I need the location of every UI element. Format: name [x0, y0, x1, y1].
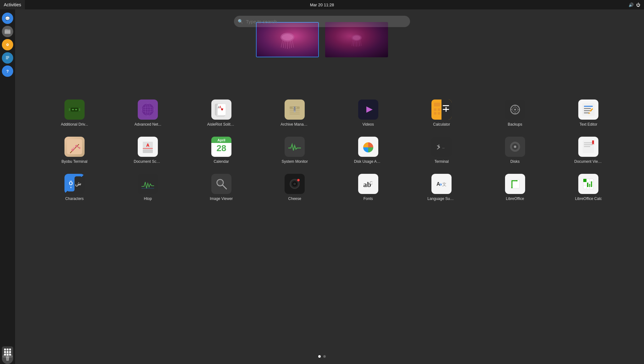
document-scanner-icon: A	[138, 137, 158, 157]
svg-text:28: 28	[216, 143, 226, 153]
search-icon: 🔍	[238, 19, 243, 24]
cheese-label: Cheese	[288, 196, 301, 201]
svg-point-99	[514, 146, 515, 147]
svg-text:💬: 💬	[5, 16, 10, 21]
app-item-image-viewer[interactable]: Image Viewer	[185, 169, 258, 206]
svg-rect-23	[75, 109, 77, 110]
svg-point-131	[511, 187, 513, 188]
svg-text:文: 文	[442, 182, 447, 187]
archive-manager-label: Archive Manager	[280, 122, 309, 127]
document-viewer-label: Document Viewer	[574, 159, 602, 164]
language-support-label: Language Supp...	[427, 196, 456, 201]
svg-rect-52	[438, 108, 440, 111]
app-item-calculator[interactable]: Calculator	[405, 94, 479, 132]
svg-text:A: A	[146, 143, 149, 148]
byobu-label: Byobu Terminal	[62, 159, 88, 164]
svg-rect-139	[589, 184, 590, 187]
characters-label: Characters	[65, 196, 84, 201]
svg-rect-53	[434, 112, 436, 115]
svg-rect-68	[584, 108, 591, 109]
app-item-htop[interactable]: Htop	[111, 169, 185, 206]
app-item-additional-drivers[interactable]: Additional Driv...	[38, 94, 111, 132]
svg-point-15	[282, 34, 293, 40]
text-editor-label: Text Editor	[580, 122, 597, 127]
svg-rect-103	[584, 146, 590, 147]
sidebar-item-files[interactable]	[2, 26, 13, 37]
svg-rect-4	[5, 29, 8, 31]
videos-label: Videos	[363, 122, 374, 127]
sidebar: 💬 ?	[0, 9, 15, 364]
svg-point-76	[71, 149, 74, 151]
terminal-icon: $ _	[431, 137, 452, 157]
system-monitor-label: System Monitor	[282, 159, 308, 164]
app-grid-button[interactable]	[2, 346, 13, 358]
disks-label: Disks	[510, 159, 519, 164]
byobu-icon	[64, 137, 85, 157]
app-grid: Additional Driv... Advanced Net... ♥	[19, 94, 644, 206]
system-tray: 🔊 ⏻	[629, 3, 644, 7]
app-item-cheese[interactable]: Cheese	[258, 169, 332, 206]
disk-usage-label: Disk Usage Ana...	[354, 159, 382, 164]
text-editor-icon	[578, 100, 598, 120]
app-item-terminal[interactable]: $ _ Terminal	[405, 132, 479, 169]
svg-rect-54	[438, 112, 440, 115]
sidebar-item-help[interactable]: ?	[2, 65, 13, 77]
cheese-icon	[285, 174, 305, 194]
fonts-label: Fonts	[364, 196, 373, 201]
app-item-calendar[interactable]: April 28 Calendar	[185, 132, 258, 169]
workspace-2[interactable]	[325, 22, 388, 57]
app-item-document-viewer[interactable]: Document Viewer	[552, 132, 625, 169]
app-item-characters[interactable]: Ö ش ♦ Characters	[38, 169, 111, 206]
sidebar-item-messaging[interactable]: 💬	[2, 13, 13, 24]
page-dot-1[interactable]	[318, 355, 321, 358]
svg-point-77	[75, 145, 78, 147]
topbar: Activities Mar 20 11:28 🔊 ⏻	[0, 0, 644, 9]
app-item-disks[interactable]: Disks	[478, 132, 552, 169]
sidebar-item-rhythmbox[interactable]	[2, 39, 13, 50]
advanced-network-label: Advanced Net...	[135, 122, 161, 127]
sidebar-item-writer[interactable]	[2, 52, 13, 64]
app-item-text-editor[interactable]: Text Editor	[552, 94, 625, 132]
svg-rect-9	[6, 56, 9, 57]
svg-text:C: C	[369, 180, 373, 185]
svg-rect-21	[79, 108, 80, 111]
image-viewer-label: Image Viewer	[210, 196, 233, 201]
search-input[interactable]	[234, 16, 410, 27]
workspaces	[256, 22, 388, 57]
svg-rect-10	[6, 57, 9, 58]
aisleriot-icon: ♥ A A ♥	[211, 100, 231, 120]
app-item-backups[interactable]: Backups	[478, 94, 552, 132]
calendar-label: Calendar	[214, 159, 229, 164]
app-item-aisleriot[interactable]: ♥ A A ♥ AisleRiot Solita...	[185, 94, 258, 132]
app-item-fonts[interactable]: ab C Fonts	[331, 169, 405, 206]
app-item-byobu[interactable]: Byobu Terminal	[38, 132, 111, 169]
terminal-label: Terminal	[435, 159, 449, 164]
workspace-1[interactable]	[256, 22, 319, 57]
app-item-document-scanner[interactable]: A Document Scan...	[111, 132, 185, 169]
svg-rect-67	[584, 106, 593, 107]
svg-rect-55	[443, 105, 449, 106]
svg-text:ش: ش	[75, 181, 81, 186]
additional-drivers-icon	[64, 100, 85, 120]
app-item-archive-manager[interactable]: Archive Manager	[258, 94, 332, 132]
svg-text:♦: ♦	[70, 185, 72, 189]
volume-icon: 🔊	[629, 3, 634, 7]
svg-rect-138	[587, 183, 588, 187]
app-item-disk-usage[interactable]: Disk Usage Ana...	[331, 132, 405, 169]
app-item-language-support[interactable]: A 文 Language Supp...	[405, 169, 479, 206]
activities-button[interactable]: Activities	[0, 0, 25, 9]
page-dot-2[interactable]	[323, 355, 326, 358]
app-item-libreoffice[interactable]: LibreOffice	[478, 169, 552, 206]
backups-icon	[505, 100, 525, 120]
app-item-advanced-network[interactable]: Advanced Net...	[111, 94, 185, 132]
svg-rect-84	[143, 149, 153, 153]
system-monitor-icon	[285, 137, 305, 157]
power-icon[interactable]: ⏻	[636, 3, 640, 7]
disks-icon	[505, 137, 525, 157]
svg-text:April: April	[217, 138, 225, 142]
app-item-system-monitor[interactable]: System Monitor	[258, 132, 332, 169]
app-item-libreoffice-calc[interactable]: LibreOffice Calc	[552, 169, 625, 206]
app-item-videos[interactable]: Videos	[331, 94, 405, 132]
svg-point-78	[79, 147, 80, 149]
svg-rect-141	[583, 179, 586, 182]
